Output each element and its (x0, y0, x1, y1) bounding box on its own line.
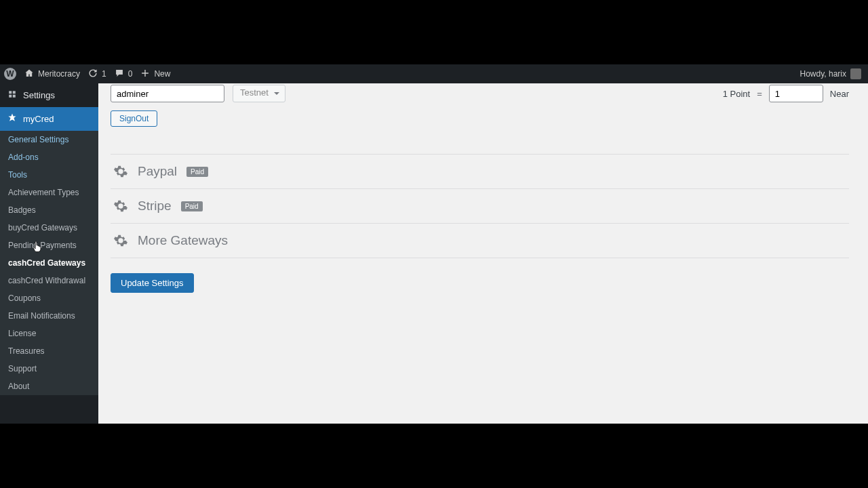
new-label: New (154, 69, 170, 79)
exchange-left-label: 1 Point (723, 89, 750, 99)
sidebar-subitem[interactable]: License (0, 325, 98, 342)
settings-icon (7, 89, 18, 102)
comments-link[interactable]: 0 (115, 68, 133, 80)
gateway-title: Stripe (138, 199, 172, 214)
signout-button[interactable]: SignOut (111, 110, 157, 127)
wordpress-icon: W (4, 68, 16, 80)
sidebar-subitem[interactable]: Coupons (0, 289, 98, 307)
sidebar-subitem[interactable]: Achievement Types (0, 184, 98, 201)
equals-sign: = (757, 89, 762, 99)
sidebar-subitem[interactable]: Pending Payments (0, 237, 98, 254)
howdy-text: Howdy, harix (800, 69, 846, 79)
sidebar-subitem[interactable]: About (0, 378, 98, 395)
gateway-section[interactable]: Paypal Paid (111, 154, 849, 188)
sidebar-subitem[interactable]: cashCred Gateways (0, 254, 98, 272)
home-icon (24, 68, 34, 80)
mycred-submenu: General SettingsAdd-onsToolsAchievement … (0, 131, 98, 395)
gear-icon (113, 164, 128, 179)
sidebar-subitem[interactable]: Treasures (0, 342, 98, 360)
sidebar-subitem[interactable]: Badges (0, 201, 98, 219)
site-name-link[interactable]: Meritocracy (24, 68, 80, 80)
comment-icon (115, 68, 124, 80)
site-name: Meritocracy (38, 69, 80, 79)
settings-label: Settings (23, 90, 55, 100)
adminer-input[interactable] (111, 85, 224, 102)
paid-badge: Paid (181, 201, 203, 211)
gear-icon (113, 199, 128, 214)
paid-badge: Paid (186, 167, 208, 177)
main-content: Testnet 1 Point = Near SignOut Paypal Pa… (98, 83, 861, 424)
updates-link[interactable]: 1 (88, 68, 106, 80)
update-icon (88, 68, 98, 80)
plus-icon (140, 68, 150, 80)
admin-toolbar: W Meritocracy 1 0 (0, 64, 868, 83)
exchange-currency: Near (830, 89, 849, 99)
gateway-title: More Gateways (138, 233, 228, 248)
exchange-rate-row: 1 Point = Near (723, 85, 849, 102)
mycred-icon (7, 113, 18, 125)
avatar-icon (850, 68, 861, 79)
sidebar-subitem[interactable]: General Settings (0, 131, 98, 148)
sidebar-item-settings[interactable]: Settings (0, 83, 98, 107)
sidebar-subitem[interactable]: Email Notifications (0, 307, 98, 325)
network-select[interactable]: Testnet (233, 85, 285, 102)
settings-top-row: Testnet 1 Point = Near (111, 83, 849, 102)
comments-count: 0 (128, 69, 133, 79)
wp-logo[interactable]: W (4, 68, 16, 80)
new-content-link[interactable]: New (140, 68, 170, 80)
sidebar-subitem[interactable]: Tools (0, 166, 98, 184)
sidebar-item-mycred[interactable]: myCred (0, 107, 98, 131)
gateway-section[interactable]: More Gateways (111, 223, 849, 258)
sidebar-subitem[interactable]: Support (0, 360, 98, 378)
admin-sidebar: Settings myCred General SettingsAdd-onsT… (0, 83, 98, 424)
exchange-rate-input[interactable] (769, 85, 823, 102)
sidebar-subitem[interactable]: cashCred Withdrawal (0, 272, 98, 289)
account-link[interactable]: Howdy, harix (800, 68, 861, 79)
updates-count: 1 (102, 69, 106, 79)
gear-icon (113, 233, 128, 248)
update-settings-button[interactable]: Update Settings (111, 273, 194, 293)
gateway-title: Paypal (138, 164, 177, 179)
gateway-section[interactable]: Stripe Paid (111, 188, 849, 223)
gateway-sections: Paypal Paid Stripe Paid More Gateways (111, 154, 849, 258)
mycred-label: myCred (23, 114, 54, 124)
sidebar-subitem[interactable]: buyCred Gateways (0, 219, 98, 237)
network-selected: Testnet (240, 87, 269, 98)
sidebar-subitem[interactable]: Add-ons (0, 148, 98, 166)
